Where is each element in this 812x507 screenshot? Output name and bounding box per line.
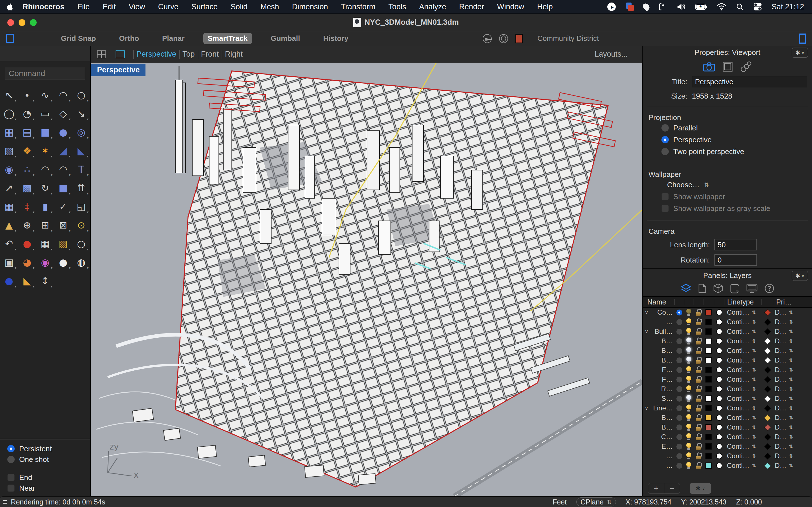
tool-render-wire-button[interactable]: ◍▾ [72, 253, 90, 272]
viewport-title-badge[interactable]: Perspective [91, 64, 146, 76]
layer-linetype-dropdown[interactable]: Conti…⇅ [725, 337, 761, 345]
menu-item-render[interactable]: Render [453, 3, 491, 11]
layer-print-color-icon[interactable] [764, 405, 771, 411]
tool-box-button[interactable]: ■▾ [36, 123, 54, 142]
layer-row[interactable]: E…Conti…⇅D…⇅ [643, 442, 812, 451]
right-sidebar-toggle-icon[interactable] [799, 34, 806, 44]
layer-name[interactable]: S… [650, 395, 674, 402]
layer-visibility-bulb-icon[interactable] [686, 337, 692, 345]
current-layer-radio[interactable] [676, 357, 682, 363]
tool-fillet-curve-button[interactable]: ↘▾ [72, 104, 90, 123]
layer-linetype-dropdown[interactable]: Conti…⇅ [725, 356, 761, 364]
tool-explode-button[interactable]: ✶▾ [36, 142, 54, 160]
current-layer-radio[interactable] [676, 425, 682, 431]
layer-name[interactable]: R… [650, 385, 674, 393]
radio-two-point-icon[interactable] [661, 148, 669, 155]
menu-item-dimension[interactable]: Dimension [286, 3, 335, 11]
layer-name[interactable]: Line… [650, 404, 674, 412]
layer-expand-icon[interactable]: ∨ [643, 328, 650, 335]
layer-print-color-icon[interactable] [764, 395, 771, 402]
layer-lock-icon[interactable] [696, 414, 701, 421]
layer-material-icon[interactable] [716, 434, 722, 440]
layer-visibility-bulb-icon[interactable] [686, 309, 692, 316]
left-sidebar-toggle-icon[interactable] [6, 34, 14, 43]
close-window-button[interactable] [7, 19, 14, 26]
current-layer-radio[interactable] [676, 377, 682, 383]
osnap-end[interactable]: End [7, 472, 90, 483]
layer-material-icon[interactable] [716, 453, 722, 459]
column-linetype[interactable]: Linetype [725, 299, 761, 305]
layer-material-icon[interactable] [716, 443, 722, 450]
links-icon[interactable] [741, 61, 752, 72]
menu-item-tools[interactable]: Tools [382, 3, 412, 11]
layer-linetype-dropdown[interactable]: Conti…⇅ [725, 443, 761, 450]
layer-lock-icon[interactable] [696, 405, 701, 411]
menu-item-edit[interactable]: Edit [96, 3, 122, 11]
tool-point-group-button[interactable]: ∴▾ [18, 160, 36, 179]
layer-print-width-dropdown[interactable]: D…⇅ [774, 318, 799, 326]
layer-lock-icon[interactable] [696, 424, 701, 431]
layer-visibility-bulb-icon[interactable] [686, 414, 692, 421]
menu-item-solid[interactable]: Solid [224, 3, 254, 11]
tool-sphere-button[interactable]: ●▾ [54, 123, 72, 142]
layer-linetype-dropdown[interactable]: Conti…⇅ [725, 308, 761, 316]
layer-linetype-dropdown[interactable]: Conti…⇅ [725, 318, 761, 326]
layer-print-color-icon[interactable] [764, 338, 771, 344]
layer-visibility-bulb-icon[interactable] [686, 424, 692, 431]
record-history-icon[interactable] [483, 34, 492, 43]
tool-render-sphere-button[interactable]: ●▾ [54, 253, 72, 272]
layer-linetype-dropdown[interactable]: Conti…⇅ [725, 462, 761, 469]
layer-linetype-dropdown[interactable]: Conti…⇅ [725, 404, 761, 412]
layer-material-icon[interactable] [716, 348, 722, 354]
layer-visibility-bulb-icon[interactable] [686, 385, 692, 393]
menu-item-analyze[interactable]: Analyze [412, 3, 453, 11]
help-icon[interactable]: ? [764, 283, 774, 293]
tool-zoom-selected-button[interactable]: ⊙▾ [72, 216, 90, 234]
layer-color-swatch[interactable] [705, 348, 712, 354]
tool-array-grid-button[interactable]: ▦▾ [0, 197, 18, 216]
layer-print-color-icon[interactable] [764, 376, 771, 383]
layer-row[interactable]: …Conti…⇅D…⇅ [643, 317, 812, 327]
layer-name[interactable]: … [650, 462, 674, 469]
layer-visibility-bulb-icon[interactable] [686, 318, 692, 326]
current-layer-radio[interactable] [676, 348, 682, 354]
layer-visibility-bulb-icon[interactable] [686, 366, 692, 374]
tool-light-button[interactable]: ○▾ [72, 234, 90, 253]
layer-name[interactable]: B… [650, 356, 674, 364]
control-center-icon[interactable] [753, 2, 762, 11]
layer-lock-icon[interactable] [696, 395, 701, 402]
layer-material-icon[interactable] [716, 319, 722, 325]
radio-parallel-icon[interactable] [661, 124, 669, 131]
layer-linetype-dropdown[interactable]: Conti…⇅ [725, 366, 761, 374]
lens-length-input[interactable] [714, 239, 757, 250]
layer-color-swatch[interactable] [705, 424, 712, 431]
layer-name[interactable]: Co… [650, 308, 674, 316]
tool-orient-button[interactable]: ■▾ [54, 179, 72, 197]
layer-print-width-dropdown[interactable]: D…⇅ [774, 337, 799, 345]
layer-lock-icon[interactable] [696, 319, 701, 325]
units-label[interactable]: Feet [553, 498, 567, 506]
tool-select-button[interactable]: ↖▾ [0, 86, 18, 104]
layer-print-color-icon[interactable] [764, 443, 771, 450]
layer-print-width-dropdown[interactable]: D…⇅ [774, 347, 799, 355]
gray-wallpaper-checkbox-row[interactable]: Show wallpaper as gray scale [661, 203, 812, 214]
menu-clock[interactable]: Sat 21:12 [771, 3, 804, 11]
layer-row[interactable]: B…Conti…⇅D…⇅ [643, 413, 812, 422]
projection-parallel[interactable]: Parallel [661, 122, 812, 134]
column-name[interactable]: Name [643, 299, 674, 305]
tool-rectangle-button[interactable]: ▭▾ [36, 104, 54, 123]
layer-material-icon[interactable] [716, 386, 722, 392]
layer-print-color-icon[interactable] [764, 424, 771, 431]
current-layer-radio[interactable] [676, 415, 682, 421]
layer-row[interactable]: B…Conti…⇅D…⇅ [643, 346, 812, 355]
layer-print-width-dropdown[interactable]: D…⇅ [774, 462, 799, 469]
layer-print-color-icon[interactable] [764, 328, 771, 335]
layer-linetype-dropdown[interactable]: Conti…⇅ [725, 328, 761, 335]
layer-visibility-bulb-icon[interactable] [686, 433, 692, 441]
layer-linetype-dropdown[interactable]: Conti…⇅ [725, 414, 761, 421]
layer-lock-icon[interactable] [696, 434, 701, 440]
layer-lock-icon[interactable] [696, 338, 701, 344]
layer-color-swatch[interactable] [705, 309, 712, 316]
menu-item-rhinoceros[interactable]: Rhinoceros [16, 3, 71, 11]
layer-visibility-bulb-icon[interactable] [686, 452, 692, 460]
